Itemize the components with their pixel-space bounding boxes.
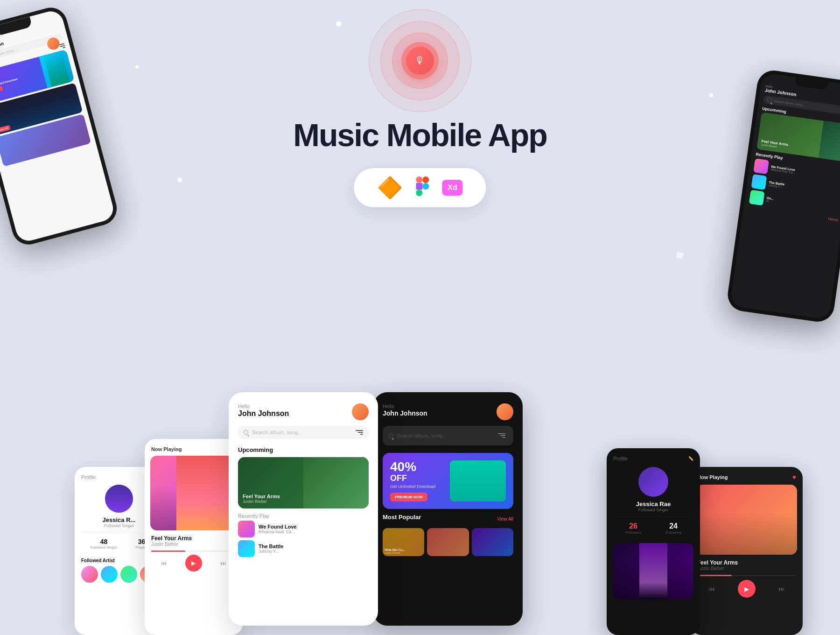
main-light-song-1: We Found Love Rihanna Feat. Ca... (238, 521, 369, 537)
tool-badges-container: 🔶 Xd (354, 168, 486, 207)
dark-now-playing-card: Now Playing ♥ Feel Your Arms Justin Bieb… (691, 467, 803, 635)
bg-dot-2 (709, 93, 713, 97)
main-light-mockup: Hello John Johnson Search album, song...… (229, 392, 378, 626)
next-btn[interactable]: ⏭ (220, 559, 227, 567)
svg-rect-1 (422, 176, 429, 183)
mic-icon: 🎙 (415, 55, 425, 67)
deco-square-1 (676, 251, 684, 259)
left-phone-view-all[interactable]: View All (0, 125, 11, 134)
np-song-title: Feel Your Arms (151, 535, 236, 542)
main-dark-greeting: Hello (383, 403, 427, 409)
dark-np-artist: Justin Bieber (697, 566, 796, 571)
dark-profile-role: Followed Singer (638, 508, 669, 512)
bg-dot-5 (135, 65, 139, 69)
artist-thumb-2 (101, 566, 118, 583)
dark-following: 24 (665, 522, 681, 530)
sketch-icon: 🔶 (377, 177, 403, 198)
svg-rect-3 (422, 183, 429, 190)
artist-thumb-1 (81, 566, 98, 583)
mp-card-3 (472, 528, 513, 556)
main-dark-premium-btn[interactable]: PREMIUM NOW (390, 493, 427, 501)
play-btn[interactable]: ▶ (185, 555, 202, 572)
main-light-greeting: Hello (238, 403, 289, 409)
dark-np-song: Feel Your Arms (697, 559, 796, 566)
dark-np-title: Now Playing (697, 474, 728, 480)
main-dark-search[interactable]: Search album, song... (383, 426, 513, 445)
main-light-upcomming: Upcomming (238, 446, 369, 453)
xd-icon: Xd (442, 180, 462, 196)
dark-next-btn[interactable]: ⏭ (778, 585, 785, 593)
artist-thumb-3 (120, 566, 137, 583)
dark-play-btn[interactable]: ▶ (738, 580, 756, 598)
mic-button[interactable]: 🎙 (406, 47, 434, 75)
dark-profile-title: Profile (613, 456, 628, 461)
page-title: Music Mobile App (293, 117, 546, 153)
np-artist: Justin Bieber (151, 542, 236, 547)
left-phone-promo-btn[interactable]: View All (0, 86, 3, 94)
figma-icon (416, 176, 429, 199)
mp-card-2 (427, 528, 469, 556)
main-light-banner: Feel Your Arms Justin Bieber (238, 457, 369, 508)
now-playing-title: Now Playing (151, 446, 182, 452)
phone-left: Hello John Johnson Search album, song...… (0, 4, 120, 248)
mic-container: 🎙 (369, 9, 471, 112)
main-light-recently: Recently Play (238, 513, 369, 519)
dark-profile-card: Profile ✏️ Jessica Rae Followed Singer 2… (607, 448, 700, 635)
svg-rect-4 (416, 190, 422, 196)
dark-profile-avatar (638, 467, 668, 497)
svg-rect-0 (416, 176, 422, 183)
phone-right: Hello John Johnson Search album, song...… (726, 69, 840, 324)
main-light-song-2: The Battle Johnny Y... (238, 540, 369, 557)
main-dark-view-all[interactable]: View All (497, 516, 513, 522)
main-dark-most-popular: Most Popular (383, 514, 421, 521)
main-dark-mockup: Hello John Johnson Search album, song...… (373, 392, 523, 626)
profile-role: Followed Singer (104, 523, 134, 528)
dark-profile-name: Jessica Rae (636, 501, 671, 508)
profile-avatar (105, 485, 133, 513)
main-light-search[interactable]: Search album, song... (238, 426, 369, 439)
main-dark-username: John Johnson (383, 409, 427, 417)
dark-prev-btn[interactable]: ⏮ (708, 585, 715, 593)
followed-singer-count: 48 (91, 538, 117, 545)
bg-dot-4 (177, 177, 182, 182)
bg-dot-1 (336, 21, 342, 27)
svg-rect-2 (416, 183, 422, 190)
dark-followers: 26 (625, 522, 641, 530)
now-playing-card-light: Now Playing ♥ Feel Your Arms Justin Bieb… (145, 439, 243, 635)
prev-btn[interactable]: ⏮ (161, 559, 167, 567)
main-dark-avatar (497, 403, 513, 420)
main-light-username: John Johnson (238, 409, 289, 418)
followed-singer-label: Followed Singer (91, 545, 117, 550)
main-light-avatar (352, 403, 369, 420)
profile-name: Jessica R... (103, 516, 136, 523)
mp-card-1: How Do I Li... Learn Rimes (383, 528, 424, 556)
main-dark-promo: 40% OFF Get Unlimited Download PREMIUM N… (383, 453, 513, 509)
